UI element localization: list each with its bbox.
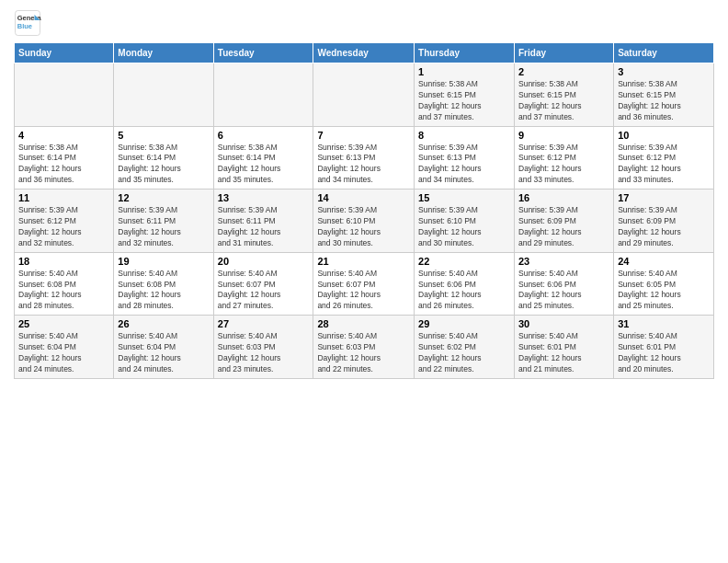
calendar-cell: 10Sunrise: 5:39 AM Sunset: 6:12 PM Dayli… bbox=[614, 126, 714, 190]
week-row-4: 18Sunrise: 5:40 AM Sunset: 6:08 PM Dayli… bbox=[15, 252, 714, 316]
day-number: 4 bbox=[18, 130, 109, 141]
calendar-cell: 7Sunrise: 5:39 AM Sunset: 6:13 PM Daylig… bbox=[313, 126, 415, 190]
day-number: 23 bbox=[518, 256, 609, 267]
day-number: 10 bbox=[618, 130, 710, 141]
day-number: 22 bbox=[418, 256, 510, 267]
calendar-cell bbox=[213, 63, 313, 127]
day-info: Sunrise: 5:39 AM Sunset: 6:12 PM Dayligh… bbox=[618, 143, 710, 187]
day-info: Sunrise: 5:40 AM Sunset: 6:08 PM Dayligh… bbox=[18, 269, 109, 313]
calendar-cell: 24Sunrise: 5:40 AM Sunset: 6:05 PM Dayli… bbox=[614, 252, 714, 316]
day-number: 29 bbox=[418, 318, 510, 329]
day-info: Sunrise: 5:39 AM Sunset: 6:11 PM Dayligh… bbox=[118, 205, 209, 249]
calendar-cell: 9Sunrise: 5:39 AM Sunset: 6:12 PM Daylig… bbox=[515, 126, 614, 190]
day-number: 9 bbox=[518, 130, 609, 141]
day-header-friday: Friday bbox=[515, 43, 614, 63]
day-number: 31 bbox=[618, 318, 710, 329]
day-header-thursday: Thursday bbox=[415, 43, 515, 63]
calendar-cell: 15Sunrise: 5:39 AM Sunset: 6:10 PM Dayli… bbox=[415, 190, 515, 253]
day-info: Sunrise: 5:38 AM Sunset: 6:15 PM Dayligh… bbox=[618, 79, 710, 123]
day-info: Sunrise: 5:39 AM Sunset: 6:12 PM Dayligh… bbox=[18, 205, 109, 249]
day-info: Sunrise: 5:39 AM Sunset: 6:13 PM Dayligh… bbox=[418, 143, 510, 187]
calendar-cell: 25Sunrise: 5:40 AM Sunset: 6:04 PM Dayli… bbox=[15, 316, 114, 379]
day-info: Sunrise: 5:40 AM Sunset: 6:01 PM Dayligh… bbox=[618, 331, 710, 375]
day-number: 26 bbox=[118, 318, 209, 329]
day-info: Sunrise: 5:40 AM Sunset: 6:04 PM Dayligh… bbox=[118, 331, 209, 375]
day-info: Sunrise: 5:40 AM Sunset: 6:08 PM Dayligh… bbox=[118, 269, 209, 313]
day-header-saturday: Saturday bbox=[614, 43, 714, 63]
svg-text:Blue: Blue bbox=[17, 22, 32, 30]
day-number: 27 bbox=[218, 318, 310, 329]
calendar-cell: 27Sunrise: 5:40 AM Sunset: 6:03 PM Dayli… bbox=[213, 316, 313, 379]
calendar-cell: 21Sunrise: 5:40 AM Sunset: 6:07 PM Dayli… bbox=[313, 252, 415, 316]
day-number: 24 bbox=[618, 256, 710, 267]
calendar-cell: 12Sunrise: 5:39 AM Sunset: 6:11 PM Dayli… bbox=[114, 190, 213, 253]
calendar-cell: 5Sunrise: 5:38 AM Sunset: 6:14 PM Daylig… bbox=[114, 126, 213, 190]
day-number: 6 bbox=[218, 130, 310, 141]
day-number: 1 bbox=[418, 66, 510, 77]
calendar-cell: 11Sunrise: 5:39 AM Sunset: 6:12 PM Dayli… bbox=[15, 190, 114, 253]
day-number: 28 bbox=[317, 318, 410, 329]
day-number: 21 bbox=[317, 256, 410, 267]
day-header-wednesday: Wednesday bbox=[313, 43, 415, 63]
day-info: Sunrise: 5:40 AM Sunset: 6:07 PM Dayligh… bbox=[218, 269, 310, 313]
day-info: Sunrise: 5:38 AM Sunset: 6:14 PM Dayligh… bbox=[18, 143, 109, 187]
calendar-cell: 14Sunrise: 5:39 AM Sunset: 6:10 PM Dayli… bbox=[313, 190, 415, 253]
day-info: Sunrise: 5:39 AM Sunset: 6:12 PM Dayligh… bbox=[518, 143, 609, 187]
calendar-cell: 29Sunrise: 5:40 AM Sunset: 6:02 PM Dayli… bbox=[415, 316, 515, 379]
day-number: 2 bbox=[518, 66, 609, 77]
day-number: 18 bbox=[18, 256, 109, 267]
day-info: Sunrise: 5:39 AM Sunset: 6:13 PM Dayligh… bbox=[317, 143, 410, 187]
day-info: Sunrise: 5:39 AM Sunset: 6:11 PM Dayligh… bbox=[218, 205, 310, 249]
day-number: 17 bbox=[618, 192, 710, 203]
day-info: Sunrise: 5:38 AM Sunset: 6:15 PM Dayligh… bbox=[418, 79, 510, 123]
day-number: 13 bbox=[218, 192, 310, 203]
week-row-2: 4Sunrise: 5:38 AM Sunset: 6:14 PM Daylig… bbox=[15, 126, 714, 190]
day-info: Sunrise: 5:40 AM Sunset: 6:06 PM Dayligh… bbox=[518, 269, 609, 313]
day-number: 25 bbox=[18, 318, 109, 329]
header: General Blue bbox=[14, 9, 714, 37]
day-header-sunday: Sunday bbox=[15, 43, 114, 63]
calendar-cell: 3Sunrise: 5:38 AM Sunset: 6:15 PM Daylig… bbox=[614, 63, 714, 127]
calendar-cell: 13Sunrise: 5:39 AM Sunset: 6:11 PM Dayli… bbox=[213, 190, 313, 253]
week-row-3: 11Sunrise: 5:39 AM Sunset: 6:12 PM Dayli… bbox=[15, 190, 714, 253]
day-number: 16 bbox=[518, 192, 609, 203]
calendar-cell bbox=[313, 63, 415, 127]
day-info: Sunrise: 5:40 AM Sunset: 6:01 PM Dayligh… bbox=[518, 331, 609, 375]
calendar-cell bbox=[114, 63, 213, 127]
calendar-cell: 30Sunrise: 5:40 AM Sunset: 6:01 PM Dayli… bbox=[515, 316, 614, 379]
day-number: 5 bbox=[118, 130, 209, 141]
day-number: 3 bbox=[618, 66, 710, 77]
calendar-cell: 26Sunrise: 5:40 AM Sunset: 6:04 PM Dayli… bbox=[114, 316, 213, 379]
calendar-cell: 19Sunrise: 5:40 AM Sunset: 6:08 PM Dayli… bbox=[114, 252, 213, 316]
day-info: Sunrise: 5:40 AM Sunset: 6:07 PM Dayligh… bbox=[317, 269, 410, 313]
calendar-table: SundayMondayTuesdayWednesdayThursdayFrid… bbox=[14, 42, 714, 379]
calendar-cell: 4Sunrise: 5:38 AM Sunset: 6:14 PM Daylig… bbox=[15, 126, 114, 190]
day-info: Sunrise: 5:40 AM Sunset: 6:05 PM Dayligh… bbox=[618, 269, 710, 313]
day-number: 19 bbox=[118, 256, 209, 267]
calendar-cell: 22Sunrise: 5:40 AM Sunset: 6:06 PM Dayli… bbox=[415, 252, 515, 316]
day-info: Sunrise: 5:39 AM Sunset: 6:10 PM Dayligh… bbox=[418, 205, 510, 249]
day-number: 20 bbox=[218, 256, 310, 267]
day-info: Sunrise: 5:40 AM Sunset: 6:02 PM Dayligh… bbox=[418, 331, 510, 375]
day-header-monday: Monday bbox=[114, 43, 213, 63]
calendar-cell: 28Sunrise: 5:40 AM Sunset: 6:03 PM Dayli… bbox=[313, 316, 415, 379]
calendar-cell: 2Sunrise: 5:38 AM Sunset: 6:15 PM Daylig… bbox=[515, 63, 614, 127]
week-row-5: 25Sunrise: 5:40 AM Sunset: 6:04 PM Dayli… bbox=[15, 316, 714, 379]
logo-icon: General Blue bbox=[14, 9, 41, 37]
day-info: Sunrise: 5:38 AM Sunset: 6:14 PM Dayligh… bbox=[118, 143, 209, 187]
day-info: Sunrise: 5:40 AM Sunset: 6:03 PM Dayligh… bbox=[317, 331, 410, 375]
day-info: Sunrise: 5:38 AM Sunset: 6:15 PM Dayligh… bbox=[518, 79, 609, 123]
calendar-cell: 31Sunrise: 5:40 AM Sunset: 6:01 PM Dayli… bbox=[614, 316, 714, 379]
day-info: Sunrise: 5:40 AM Sunset: 6:03 PM Dayligh… bbox=[218, 331, 310, 375]
page: General Blue SundayMondayTuesdayWednesda… bbox=[0, 0, 728, 388]
day-info: Sunrise: 5:39 AM Sunset: 6:09 PM Dayligh… bbox=[618, 205, 710, 249]
calendar-cell: 17Sunrise: 5:39 AM Sunset: 6:09 PM Dayli… bbox=[614, 190, 714, 253]
day-info: Sunrise: 5:40 AM Sunset: 6:06 PM Dayligh… bbox=[418, 269, 510, 313]
calendar-cell: 8Sunrise: 5:39 AM Sunset: 6:13 PM Daylig… bbox=[415, 126, 515, 190]
day-number: 11 bbox=[18, 192, 109, 203]
day-info: Sunrise: 5:39 AM Sunset: 6:09 PM Dayligh… bbox=[518, 205, 609, 249]
calendar-cell: 6Sunrise: 5:38 AM Sunset: 6:14 PM Daylig… bbox=[213, 126, 313, 190]
svg-text:General: General bbox=[17, 14, 41, 22]
week-row-1: 1Sunrise: 5:38 AM Sunset: 6:15 PM Daylig… bbox=[15, 63, 714, 127]
calendar-cell: 18Sunrise: 5:40 AM Sunset: 6:08 PM Dayli… bbox=[15, 252, 114, 316]
